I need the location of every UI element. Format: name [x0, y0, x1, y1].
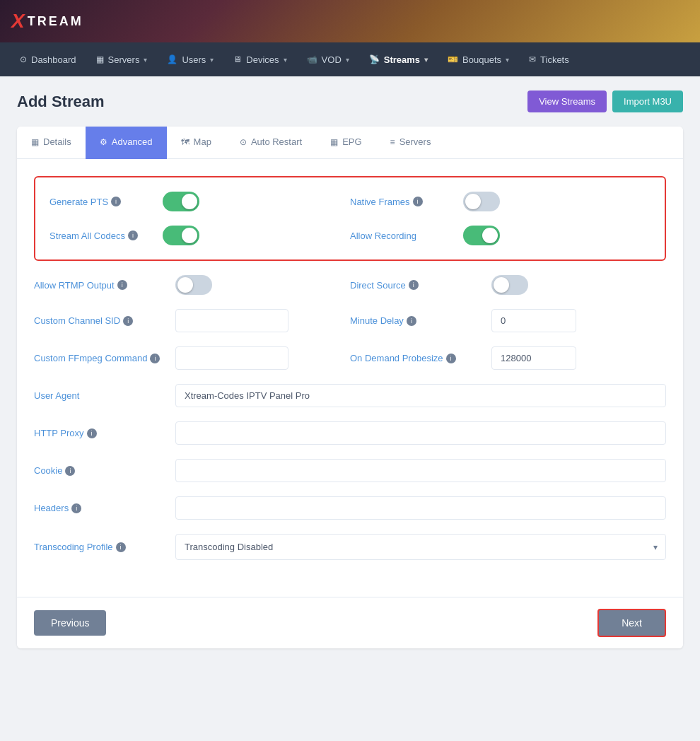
headers-info-icon[interactable]: i — [71, 503, 81, 513]
direct-source-group: Direct Source i — [350, 275, 666, 295]
minute-delay-info-icon[interactable]: i — [407, 316, 416, 326]
on-demand-probesize-input[interactable] — [491, 346, 576, 370]
tab-details-label: Details — [43, 136, 71, 147]
nav-bouquets[interactable]: 🎫 Bouquets ▾ — [439, 49, 518, 71]
http-proxy-input[interactable] — [175, 421, 666, 445]
nav-vod[interactable]: 📹 VOD ▾ — [298, 49, 358, 71]
allow-recording-track — [463, 226, 500, 245]
custom-ffmpeg-group: Custom FFmpeg Command i — [34, 346, 350, 370]
tab-map-label: Map — [194, 136, 211, 147]
direct-source-toggle[interactable] — [491, 275, 528, 295]
nav-tickets-label: Tickets — [540, 54, 569, 65]
nav-servers[interactable]: ▦ Servers ▾ — [88, 49, 156, 71]
user-agent-row: User Agent — [34, 384, 666, 407]
custom-channel-sid-info-icon[interactable]: i — [123, 316, 133, 326]
nav-vod-label: VOD — [322, 54, 342, 65]
advanced-tab-icon: ⚙ — [100, 137, 107, 147]
tab-epg[interactable]: ▦ EPG — [316, 127, 375, 159]
next-button[interactable]: Next — [597, 609, 666, 637]
tab-epg-label: EPG — [342, 136, 361, 147]
tab-map[interactable]: 🗺 Map — [167, 127, 226, 159]
stream-all-codecs-thumb — [182, 228, 197, 243]
headers-label: Headers i — [34, 503, 175, 513]
custom-ffmpeg-label: Custom FFmpeg Command i — [34, 353, 175, 363]
direct-source-info-icon[interactable]: i — [409, 280, 419, 290]
generate-pts-group: Generate PTS i — [49, 192, 350, 211]
nav-tickets[interactable]: ✉ Tickets — [520, 49, 578, 71]
tab-servers-label: Servers — [399, 136, 431, 147]
tickets-nav-icon: ✉ — [529, 54, 536, 64]
servers-nav-icon: ▦ — [96, 54, 104, 64]
direct-source-thumb — [494, 277, 509, 293]
generate-pts-label: Generate PTS i — [49, 197, 163, 207]
http-proxy-row: HTTP Proxy i — [34, 421, 666, 445]
tab-auto-restart[interactable]: ⊙ Auto Restart — [226, 127, 316, 159]
import-m3u-button[interactable]: Import M3U — [612, 91, 683, 112]
streams-nav-icon: 📡 — [369, 54, 380, 64]
previous-button[interactable]: Previous — [34, 610, 106, 636]
logo-text: TREAM — [28, 14, 83, 29]
custom-ffmpeg-input[interactable] — [175, 346, 288, 370]
on-demand-probesize-label: On Demand Probesize i — [350, 353, 491, 363]
native-frames-label: Native Frames i — [350, 197, 463, 207]
stream-all-codecs-toggle[interactable] — [163, 226, 199, 245]
tab-auto-restart-label: Auto Restart — [251, 136, 302, 147]
nav-devices-label: Devices — [246, 54, 279, 65]
nav-dashboard[interactable]: ⊙ Dashboard — [11, 49, 85, 71]
nav-devices[interactable]: 🖥 Devices ▾ — [225, 49, 295, 71]
headers-input[interactable] — [175, 496, 666, 520]
allow-rtmp-toggle[interactable] — [175, 275, 212, 295]
servers-chevron-icon: ▾ — [144, 56, 147, 64]
native-frames-info-icon[interactable]: i — [413, 197, 423, 206]
transcoding-profile-label: Transcoding Profile i — [34, 542, 175, 552]
cookie-input[interactable] — [175, 459, 666, 482]
allow-rtmp-info-icon[interactable]: i — [117, 280, 127, 290]
details-tab-icon: ▦ — [31, 137, 39, 147]
transcoding-profile-select[interactable]: Transcoding Disabled Low Quality Medium … — [175, 534, 666, 560]
generate-pts-toggle[interactable] — [163, 192, 199, 211]
nav-users-label: Users — [182, 54, 206, 65]
tab-advanced-label: Advanced — [112, 136, 153, 147]
nav-users[interactable]: 👤 Users ▾ — [158, 49, 222, 71]
native-frames-thumb — [465, 194, 481, 209]
allow-rtmp-track — [175, 275, 212, 295]
nav-streams[interactable]: 📡 Streams ▾ — [361, 49, 436, 71]
auto-restart-tab-icon: ⊙ — [240, 137, 247, 147]
allow-recording-group: Allow Recording — [350, 226, 651, 245]
user-agent-label: User Agent — [34, 390, 175, 401]
highlighted-section: Generate PTS i Native Frames i — [34, 176, 666, 261]
custom-channel-sid-input[interactable] — [175, 309, 288, 332]
users-chevron-icon: ▾ — [210, 56, 214, 64]
minute-delay-input[interactable] — [491, 309, 576, 332]
cookie-info-icon[interactable]: i — [65, 466, 75, 476]
vod-nav-icon: 📹 — [307, 54, 317, 64]
transcoding-profile-info-icon[interactable]: i — [116, 542, 126, 552]
navbar: ⊙ Dashboard ▦ Servers ▾ 👤 Users ▾ 🖥 Devi… — [0, 42, 700, 76]
cookie-row: Cookie i — [34, 459, 666, 482]
allow-recording-toggle[interactable] — [463, 226, 500, 245]
transcoding-select-wrapper: Transcoding Disabled Low Quality Medium … — [175, 534, 666, 560]
generate-pts-info-icon[interactable]: i — [111, 197, 121, 206]
user-agent-input[interactable] — [175, 384, 666, 407]
stream-all-codecs-info-icon[interactable]: i — [128, 231, 138, 240]
on-demand-probesize-group: On Demand Probesize i — [350, 346, 666, 370]
dashboard-icon: ⊙ — [20, 54, 27, 64]
tab-advanced[interactable]: ⚙ Advanced — [86, 127, 167, 159]
native-frames-toggle[interactable] — [463, 192, 500, 211]
tab-servers[interactable]: ≡ Servers — [376, 127, 445, 159]
http-proxy-info-icon[interactable]: i — [87, 428, 97, 438]
tab-details[interactable]: ▦ Details — [17, 127, 86, 159]
vod-chevron-icon: ▾ — [346, 56, 349, 64]
channel-sid-delay-row: Custom Channel SID i Minute Delay i — [34, 309, 666, 332]
custom-ffmpeg-info-icon[interactable]: i — [150, 354, 160, 363]
bouquets-nav-icon: 🎫 — [448, 54, 458, 64]
on-demand-probesize-info-icon[interactable]: i — [446, 354, 456, 363]
toggle-row-1: Generate PTS i Native Frames i — [49, 192, 651, 211]
allow-rtmp-label: Allow RTMP Output i — [34, 280, 175, 291]
custom-channel-sid-label: Custom Channel SID i — [34, 315, 175, 326]
custom-channel-sid-group: Custom Channel SID i — [34, 309, 350, 332]
form-footer: Previous Next — [17, 597, 683, 648]
view-streams-button[interactable]: View Streams — [527, 91, 607, 112]
top-banner: X TREAM — [0, 0, 700, 42]
nav-bouquets-label: Bouquets — [462, 54, 501, 65]
